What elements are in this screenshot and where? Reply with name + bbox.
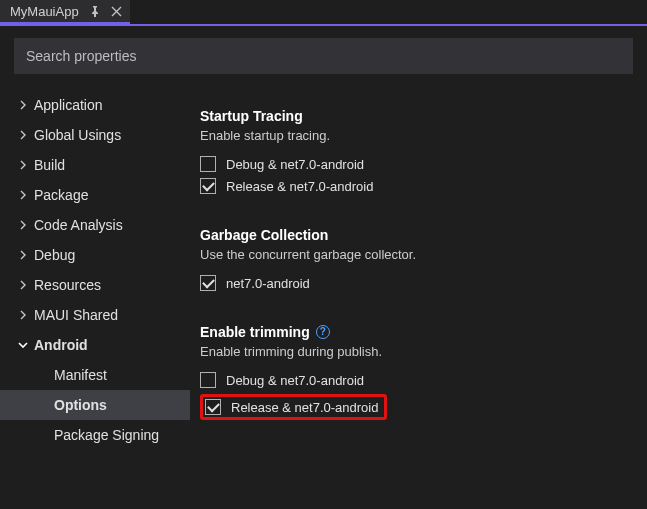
section-title: Startup Tracing [200,108,627,124]
sidebar-item-label: Debug [34,247,75,263]
checkbox-label: Debug & net7.0-android [226,157,364,172]
sidebar-item-label: Build [34,157,65,173]
sidebar-item-debug[interactable]: Debug [0,240,190,270]
checkbox-row-trimming-release[interactable]: Release & net7.0-android [200,391,627,423]
checkbox[interactable] [200,156,216,172]
tab-title: MyMauiApp [10,4,79,19]
checkbox-label: Release & net7.0-android [226,179,373,194]
sidebar: Application Global Usings Build Package … [0,84,190,509]
help-icon[interactable]: ? [316,325,330,339]
checkbox-row-gc[interactable]: net7.0-android [200,272,627,294]
chevron-right-icon [18,310,28,320]
checkbox-label: net7.0-android [226,276,310,291]
section-garbage-collection: Garbage Collection Use the concurrent ga… [200,227,627,294]
chevron-right-icon [18,280,28,290]
chevron-right-icon [18,220,28,230]
search-input[interactable] [14,38,633,74]
sidebar-item-android-options[interactable]: Options [0,390,190,420]
checkbox-row-debug[interactable]: Debug & net7.0-android [200,153,627,175]
section-description: Enable startup tracing. [200,128,627,143]
sidebar-item-android[interactable]: Android [0,330,190,360]
sidebar-item-label: Package [34,187,88,203]
sidebar-item-label: Manifest [54,367,107,383]
sidebar-item-label: Resources [34,277,101,293]
chevron-right-icon [18,190,28,200]
checkbox-row-release[interactable]: Release & net7.0-android [200,175,627,197]
checkbox[interactable] [205,399,221,415]
section-description: Enable trimming during publish. [200,344,627,359]
sidebar-item-global-usings[interactable]: Global Usings [0,120,190,150]
sidebar-item-label: Application [34,97,103,113]
title-bar: MyMauiApp [0,0,647,24]
document-tab[interactable]: MyMauiApp [0,0,130,24]
section-title: Garbage Collection [200,227,627,243]
sidebar-item-label: Code Analysis [34,217,123,233]
sidebar-item-label: Package Signing [54,427,159,443]
checkbox-label: Release & net7.0-android [231,400,378,415]
pin-icon[interactable] [89,5,101,17]
chevron-right-icon [18,160,28,170]
chevron-right-icon [18,250,28,260]
chevron-right-icon [18,100,28,110]
sidebar-item-label: Global Usings [34,127,121,143]
sidebar-item-label: MAUI Shared [34,307,118,323]
chevron-right-icon [18,130,28,140]
sidebar-item-code-analysis[interactable]: Code Analysis [0,210,190,240]
checkbox-label: Debug & net7.0-android [226,373,364,388]
sidebar-item-label: Options [54,397,107,413]
checkbox[interactable] [200,372,216,388]
sidebar-item-maui-shared[interactable]: MAUI Shared [0,300,190,330]
sidebar-item-application[interactable]: Application [0,90,190,120]
section-title-text: Enable trimming [200,324,310,340]
sidebar-item-build[interactable]: Build [0,150,190,180]
sidebar-item-label: Android [34,337,88,353]
section-enable-trimming: Enable trimming ? Enable trimming during… [200,324,627,423]
checkbox-row-trimming-debug[interactable]: Debug & net7.0-android [200,369,627,391]
section-startup-tracing: Startup Tracing Enable startup tracing. … [200,108,627,197]
sidebar-item-android-manifest[interactable]: Manifest [0,360,190,390]
main-panel: Startup Tracing Enable startup tracing. … [190,84,647,509]
sidebar-item-package[interactable]: Package [0,180,190,210]
close-icon[interactable] [111,6,122,17]
highlight-annotation: Release & net7.0-android [200,394,387,420]
section-description: Use the concurrent garbage collector. [200,247,627,262]
chevron-down-icon [18,340,28,350]
checkbox[interactable] [200,275,216,291]
sidebar-item-resources[interactable]: Resources [0,270,190,300]
section-title: Enable trimming ? [200,324,627,340]
checkbox[interactable] [200,178,216,194]
sidebar-item-android-package-signing[interactable]: Package Signing [0,420,190,450]
